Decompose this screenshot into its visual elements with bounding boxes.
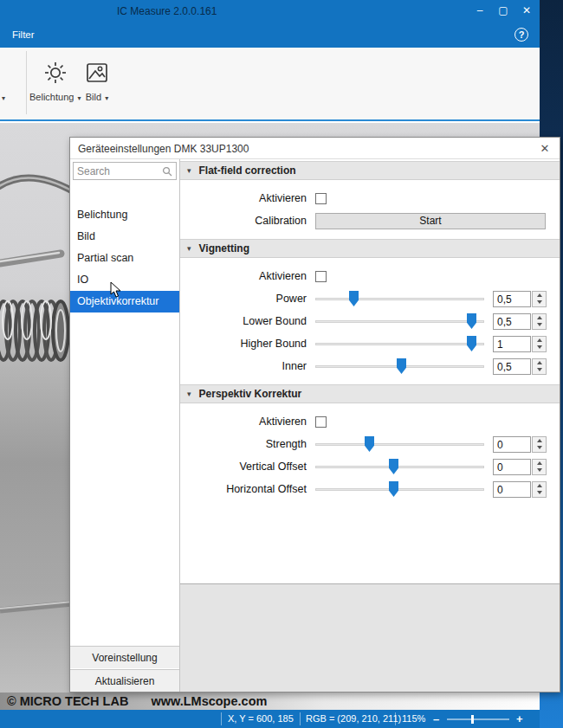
refresh-button[interactable]: Aktualisieren <box>70 669 179 692</box>
spinner-up-button[interactable] <box>533 292 546 300</box>
close-button[interactable]: ✕ <box>519 3 534 18</box>
value-input-lower-bound[interactable]: 0,5 <box>493 313 531 330</box>
section-header-perspektiv-korrektur[interactable]: ▾Perspektiv Korrektur <box>180 384 560 403</box>
spinner-up-button[interactable] <box>533 337 546 345</box>
slider-handle[interactable] <box>397 358 406 374</box>
spinner-up-icon <box>537 293 542 297</box>
title-bar[interactable]: IC Measure 2.0.0.161 – ▢ ✕ <box>0 0 540 23</box>
toolbar-item-label: Bild ▾ <box>86 92 109 102</box>
settings-row-horizontal-offset: Horizontal Offset0 <box>180 478 560 500</box>
slider-horizontal-offset[interactable] <box>315 480 484 498</box>
status-xy: X, Y = 600, 185 <box>228 713 294 724</box>
zoom-out-button[interactable]: – <box>433 712 439 725</box>
statusbar-separator <box>300 712 301 725</box>
spinner-down-button[interactable] <box>533 489 546 497</box>
search-icon <box>162 166 172 177</box>
row-label: Vertical Offset <box>180 461 315 473</box>
sidebar-item-objektivkorrektur[interactable]: Objektivkorrektur <box>70 291 179 312</box>
value-input-higher-bound[interactable]: 1 <box>493 336 531 352</box>
spinner-down-button[interactable] <box>533 467 546 474</box>
slider-lower-bound[interactable] <box>315 312 484 330</box>
toolbar-item-uenz[interactable]: uenz ▾ <box>0 61 5 102</box>
value-input-inner[interactable]: 0,5 <box>493 358 531 375</box>
spinner-down-button[interactable] <box>533 321 546 329</box>
checkbox-aktivieren[interactable] <box>315 271 327 282</box>
sidebar-item-io[interactable]: IO <box>70 269 179 291</box>
value-input-power[interactable]: 0,5 <box>493 291 531 307</box>
zoom-slider[interactable] <box>447 718 509 720</box>
spinner-up-icon <box>537 461 542 465</box>
slider-handle[interactable] <box>365 436 374 452</box>
spinner-down-icon <box>537 300 542 304</box>
toolbar-item-label: Belichtung ▾ <box>29 92 81 102</box>
sidebar-item-bild[interactable]: Bild <box>70 226 179 248</box>
section-header-flat-field-correction[interactable]: ▾Flat-field correction <box>180 161 560 180</box>
spinner-down-button[interactable] <box>533 444 546 452</box>
slider-handle[interactable] <box>467 313 476 329</box>
dialog-title-bar[interactable]: Geräteeinstellungen DMK 33UP1300 ✕ <box>70 138 560 159</box>
spinner-down-icon <box>537 368 542 371</box>
checkbox-aktivieren[interactable] <box>315 416 327 428</box>
status-bar: X, Y = 600, 185 RGB = (209, 210, 211) 11… <box>0 710 540 728</box>
slider-vertical-offset[interactable] <box>315 458 484 475</box>
spinner <box>532 291 547 307</box>
slider-strength[interactable] <box>315 435 484 453</box>
spinner <box>532 436 547 453</box>
maximize-button[interactable]: ▢ <box>495 3 511 18</box>
slider-power[interactable] <box>315 290 484 307</box>
spinner-down-button[interactable] <box>533 344 546 351</box>
section-header-vignetting[interactable]: ▾Vignetting <box>180 239 560 258</box>
spinner-up-button[interactable] <box>533 437 546 445</box>
row-label: Calibration <box>180 215 315 227</box>
image-icon <box>85 61 109 85</box>
sidebar-item-belichtung[interactable]: Belichtung <box>70 204 179 226</box>
spinner-up-button[interactable] <box>533 359 546 367</box>
dialog-close-icon[interactable]: ✕ <box>537 141 553 157</box>
status-rgb: RGB = (209, 210, 211) <box>306 713 401 724</box>
spinner-up-button[interactable] <box>533 460 546 467</box>
spinner-up-button[interactable] <box>533 314 546 322</box>
spinner-up-icon <box>537 484 542 487</box>
slider-handle[interactable] <box>349 291 359 306</box>
slider-handle[interactable] <box>389 459 398 474</box>
slider-higher-bound[interactable] <box>315 335 484 352</box>
spinner-down-button[interactable] <box>533 366 546 374</box>
zoom-slider-thumb[interactable] <box>471 715 474 724</box>
spinner-up-icon <box>537 439 542 442</box>
statusbar-separator <box>221 712 222 725</box>
start-button[interactable]: Start <box>315 213 546 229</box>
menu-filter[interactable]: Filter <box>12 29 35 40</box>
search-box[interactable] <box>73 162 177 180</box>
spinner-up-button[interactable] <box>533 482 546 490</box>
toolbar-item-belichtung[interactable]: Belichtung ▾ <box>29 61 81 102</box>
watermark-copyright: © MICRO TECH LAB <box>7 694 128 708</box>
preset-button[interactable]: Voreinstellung <box>70 646 179 668</box>
dialog-content-panel: ▾Flat-field correctionAktivierenCalibrat… <box>180 159 560 692</box>
spinner-down-icon <box>537 323 542 326</box>
checkbox-aktivieren[interactable] <box>315 193 327 204</box>
value-input-strength[interactable]: 0 <box>493 436 531 453</box>
settings-row-strength: Strength0 <box>180 433 560 455</box>
minimize-button[interactable]: – <box>472 3 488 18</box>
slider-handle[interactable] <box>389 481 398 497</box>
content-bottom-area <box>180 583 560 692</box>
section-body: AktivierenStrength0Vertical Offset0Horiz… <box>180 403 560 507</box>
microscope-photo-coil <box>0 123 73 710</box>
watermark: © MICRO TECH LAB www.LMscope.com <box>0 693 540 710</box>
settings-sections: ▾Flat-field correctionAktivierenCalibrat… <box>180 159 560 507</box>
settings-row-power: Power0,5 <box>180 287 560 310</box>
row-label: Strength <box>180 438 315 450</box>
spinner-down-button[interactable] <box>533 299 546 306</box>
spinner-down-icon <box>537 468 542 472</box>
value-input-horizontal-offset[interactable]: 0 <box>493 481 531 498</box>
search-input[interactable] <box>77 163 159 179</box>
sidebar-item-partial-scan[interactable]: Partial scan <box>70 248 179 269</box>
slider-inner[interactable] <box>315 358 484 375</box>
slider-handle[interactable] <box>467 336 476 351</box>
help-icon[interactable]: ? <box>514 28 528 42</box>
section-title: Flat-field correction <box>199 164 296 177</box>
zoom-in-button[interactable]: + <box>516 712 523 725</box>
settings-row-lower-bound: Lower Bound0,5 <box>180 310 560 332</box>
toolbar-item-bild[interactable]: Bild ▾ <box>85 61 109 102</box>
value-input-vertical-offset[interactable]: 0 <box>493 459 531 475</box>
